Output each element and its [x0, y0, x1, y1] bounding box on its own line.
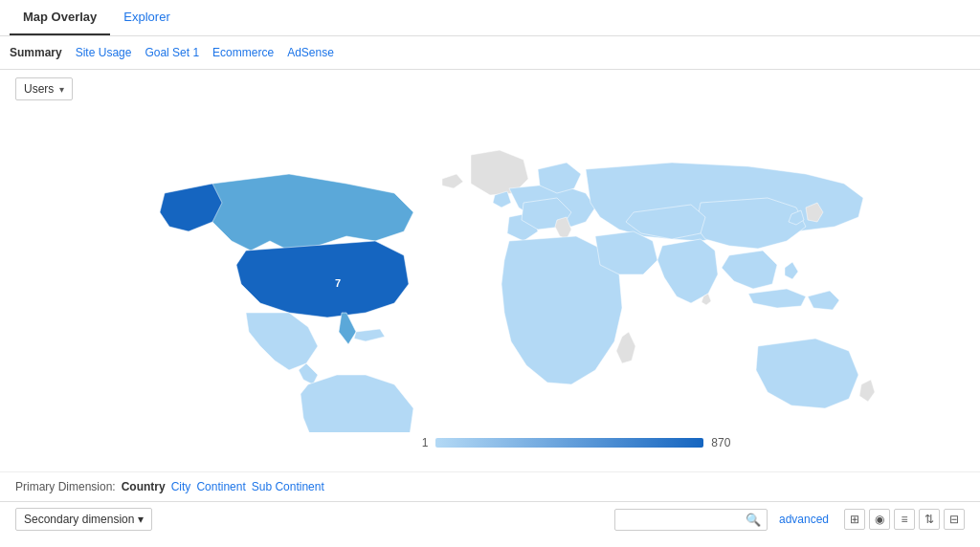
search-icon[interactable]: 🔍 — [746, 513, 761, 527]
top-tabs: Map Overlay Explorer — [0, 0, 980, 36]
primary-dim-label: Primary Dimension: — [15, 480, 116, 493]
view-icons: ⊞ ◉ ≡ ⇅ ⊟ — [844, 509, 965, 530]
secondary-dim-label: Secondary dimension — [24, 513, 134, 526]
subtab-adsense[interactable]: AdSense — [287, 42, 334, 63]
legend-max: 870 — [711, 436, 730, 449]
legend-min: 1 — [422, 436, 429, 449]
map-svg: 7 — [98, 126, 882, 432]
legend: 1 870 — [407, 432, 746, 453]
metric-selector[interactable]: Users ▾ — [15, 77, 73, 100]
search-box: 🔍 — [614, 509, 768, 531]
subtab-summary[interactable]: Summary — [10, 42, 62, 63]
primary-dim-active: Country — [122, 480, 166, 493]
metric-label: Users — [24, 82, 54, 96]
subtab-goal-set-1[interactable]: Goal Set 1 — [145, 42, 199, 63]
pie-view-icon[interactable]: ◉ — [869, 509, 890, 530]
advanced-link[interactable]: advanced — [779, 513, 829, 526]
subtab-ecommerce[interactable]: Ecommerce — [212, 42, 274, 63]
map-container: 7 1 870 — [0, 108, 980, 471]
primary-dim-continent[interactable]: Continent — [196, 480, 245, 493]
list-view-icon[interactable]: ≡ — [894, 509, 915, 530]
sub-tabs: Summary Site Usage Goal Set 1 Ecommerce … — [0, 36, 980, 70]
compare-view-icon[interactable]: ⇅ — [919, 509, 940, 530]
pivot-view-icon[interactable]: ⊟ — [944, 509, 965, 530]
svg-text:7: 7 — [335, 277, 341, 289]
tab-map-overlay[interactable]: Map Overlay — [10, 0, 110, 35]
grid-view-icon[interactable]: ⊞ — [844, 509, 865, 530]
metric-arrow: ▾ — [59, 84, 64, 95]
secondary-dimension-selector[interactable]: Secondary dimension ▾ — [15, 508, 152, 531]
bottom-bar: Secondary dimension ▾ 🔍 advanced ⊞ ◉ ≡ ⇅… — [0, 501, 980, 536]
legend-gradient — [435, 438, 703, 448]
primary-dim-subcontinent[interactable]: Sub Continent — [252, 480, 324, 493]
primary-dimension: Primary Dimension: Country City Continen… — [0, 471, 980, 501]
tab-explorer[interactable]: Explorer — [110, 0, 183, 35]
primary-dim-city[interactable]: City — [171, 480, 191, 493]
subtab-site-usage[interactable]: Site Usage — [76, 42, 132, 63]
search-input[interactable] — [621, 513, 746, 526]
metric-bar: Users ▾ — [0, 70, 980, 108]
secondary-dim-arrow: ▾ — [138, 513, 144, 526]
